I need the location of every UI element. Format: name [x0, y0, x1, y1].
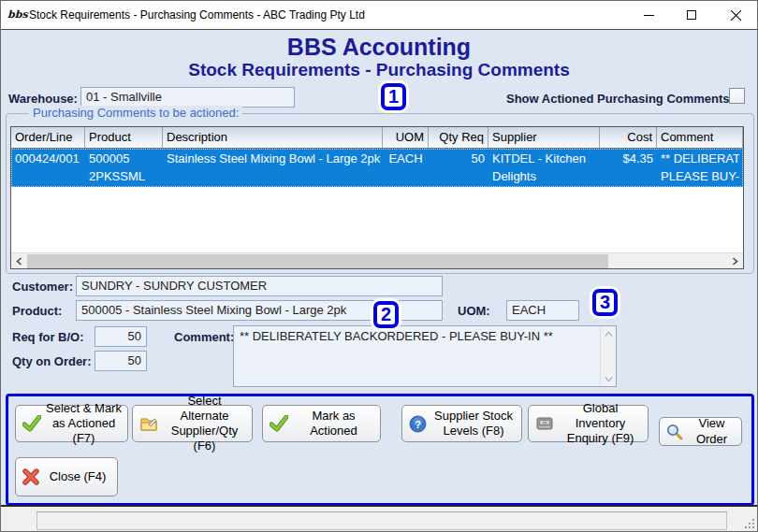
col-header-comment[interactable]: Comment: [657, 127, 743, 148]
scroll-left-arrow-icon[interactable]: [11, 253, 27, 268]
mark-as-actioned-label: Mark as Actioned: [293, 409, 380, 439]
annotation-badge-1: 1: [381, 83, 406, 110]
maximize-icon: [687, 10, 696, 20]
cell-description: Stainless Steel Mixing Bowl - Large 2pk: [163, 149, 383, 187]
minimize-icon: [644, 15, 654, 16]
uom-field[interactable]: EACH: [506, 300, 579, 321]
maximize-button[interactable]: [670, 1, 713, 29]
select-and-mark-actioned-button[interactable]: Select & Mark as Actioned (F7): [15, 405, 128, 442]
col-header-product[interactable]: Product: [85, 127, 163, 148]
scrollbar-thumb[interactable]: [27, 254, 608, 268]
cell-supplier: KITDEL - Kitchen Delights: [488, 149, 600, 187]
purchasing-comments-grid: Order/Line Product Description UOM Qty R…: [10, 126, 744, 269]
purchasing-comments-groupbox: Purchasing Comments to be actioned: Orde…: [6, 113, 754, 274]
cell-comment: ** DELIBERATELY BACKORDERED - PLEASE BUY…: [657, 149, 743, 187]
scroll-down-arrow-icon[interactable]: [601, 371, 617, 386]
col-header-uom[interactable]: UOM: [383, 127, 429, 148]
cell-qty-req: 50: [429, 149, 488, 187]
grid-horizontal-scrollbar[interactable]: [11, 252, 743, 268]
grid-header-row: Order/Line Product Description UOM Qty R…: [11, 127, 743, 149]
close-window-button[interactable]: [713, 1, 758, 29]
cell-product: 500005 2PKSSML: [85, 149, 163, 187]
view-order-label: View Order: [688, 416, 741, 447]
app-window: bbs Stock Requirements - Purchasing Comm…: [0, 0, 758, 532]
scroll-up-arrow-icon[interactable]: [601, 326, 617, 341]
red-x-icon: [22, 468, 39, 485]
col-header-description[interactable]: Description: [163, 127, 383, 148]
status-message-panel: [36, 511, 727, 530]
show-actioned-label: Show Actioned Purchasing Comments:: [506, 92, 723, 106]
minimize-button[interactable]: [627, 1, 670, 29]
customer-label: Customer:: [12, 280, 73, 294]
question-mark-icon: ?: [409, 415, 427, 433]
warehouse-field[interactable]: 01 - Smallville: [80, 87, 295, 108]
cell-comment-line1: ** DELIBERATELY BACKORDERED -: [661, 150, 739, 167]
magnifier-icon: [666, 424, 683, 440]
window-title: Stock Requirements - Purchasing Comments…: [29, 1, 365, 29]
col-header-order-line[interactable]: Order/Line: [11, 127, 85, 148]
app-logo-icon: bbs: [7, 7, 24, 23]
warehouse-label: Warehouse:: [8, 92, 78, 106]
show-actioned-checkbox[interactable]: [729, 88, 745, 104]
req-for-bo-label: Req for B/O:: [12, 330, 84, 344]
req-for-bo-field[interactable]: 50: [95, 326, 147, 347]
comment-text: ** DELIBERATELY BACKORDERED - PLEASE BUY…: [234, 326, 600, 386]
comment-label: Comment:: [174, 330, 234, 344]
select-alternate-supplier-button[interactable]: Select Alternate Supplier/Qty (F6): [132, 405, 253, 442]
cell-order-line: 000424/001: [11, 149, 85, 187]
col-header-cost[interactable]: Cost: [600, 127, 657, 148]
select-alternate-supplier-label: Select Alternate Supplier/Qty (F6): [163, 394, 252, 454]
status-bar: [1, 505, 757, 531]
app-title: BBS Accounting: [1, 34, 757, 61]
uom-label: UOM:: [458, 304, 490, 318]
comment-vertical-scrollbar[interactable]: [600, 326, 616, 386]
close-button[interactable]: Close (F4): [15, 457, 118, 496]
title-bar: bbs Stock Requirements - Purchasing Comm…: [1, 1, 757, 29]
supplier-stock-levels-button[interactable]: ? Supplier Stock Levels (F8): [401, 405, 522, 442]
action-button-panel: Select & Mark as Actioned (F7) Select Al…: [6, 394, 754, 506]
qty-on-order-label: Qty on Order:: [12, 354, 92, 368]
qty-on-order-field[interactable]: 50: [95, 351, 147, 371]
groupbox-label: Purchasing Comments to be actioned:: [29, 106, 242, 120]
col-header-supplier[interactable]: Supplier: [488, 127, 600, 148]
cell-cost: $4.35: [600, 149, 657, 187]
svg-text:?: ?: [415, 418, 421, 429]
view-order-button[interactable]: View Order: [659, 417, 742, 446]
mark-as-actioned-button[interactable]: Mark as Actioned: [262, 405, 381, 442]
scroll-right-arrow-icon[interactable]: [727, 253, 743, 268]
close-icon: [730, 9, 742, 22]
product-label: Product:: [12, 304, 62, 318]
select-and-mark-actioned-label: Select & Mark as Actioned (F7): [46, 401, 127, 447]
edit-note-icon: [139, 415, 158, 432]
resize-grip[interactable]: [743, 517, 754, 528]
green-check-icon: [22, 415, 41, 432]
screen-title: Stock Requirements - Purchasing Comments: [1, 60, 757, 80]
cell-comment-line2: PLEASE BUY-IN **: [661, 167, 739, 185]
global-inventory-enquiry-label: Global Inventory Enquiry (F9): [559, 401, 648, 447]
supplier-stock-levels-label: Supplier Stock Levels (F8): [431, 409, 521, 439]
form-body: BBS Accounting Stock Requirements - Purc…: [1, 29, 757, 507]
comment-textarea[interactable]: ** DELIBERATELY BACKORDERED - PLEASE BUY…: [233, 325, 617, 387]
close-label: Close (F4): [44, 469, 117, 484]
annotation-badge-3: 3: [592, 289, 618, 316]
green-check-icon: [270, 415, 288, 432]
annotation-badge-2: 2: [373, 301, 399, 328]
col-header-qty-req[interactable]: Qty Req: [429, 127, 488, 148]
grid-row-selected[interactable]: 000424/001 500005 2PKSSML Stainless Stee…: [11, 149, 743, 187]
cell-uom: EACH: [383, 149, 429, 187]
customer-field[interactable]: SUNDRY - SUNDRY CUSTOMER: [76, 276, 443, 296]
cash-drawer-icon: [535, 415, 554, 432]
global-inventory-enquiry-button[interactable]: Global Inventory Enquiry (F9): [528, 405, 649, 442]
